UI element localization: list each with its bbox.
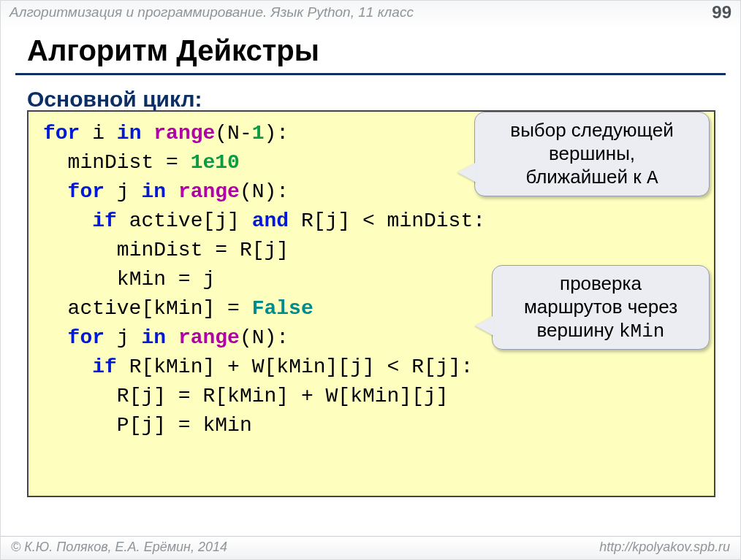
id-j: j <box>215 210 227 232</box>
title-underline <box>15 73 726 75</box>
val-false: False <box>252 297 314 320</box>
id-j: j <box>202 268 215 291</box>
kw-for: for <box>68 326 104 349</box>
id-R: R <box>240 239 252 261</box>
callout-check-routes: проверка маршрутов через вершину kMin <box>492 265 710 350</box>
id-kMin: kMin <box>202 414 251 437</box>
kw-and: and <box>252 210 289 232</box>
page-number: 99 <box>712 2 732 23</box>
callout1-line3-pre: ближайшей к <box>525 166 646 188</box>
kw-in: in <box>141 180 166 203</box>
id-i: i <box>92 122 104 145</box>
kw-in: in <box>117 122 142 145</box>
id-R: R <box>411 356 424 378</box>
id-minDist: minDist <box>68 151 154 174</box>
id-W: W <box>326 385 338 407</box>
subtitle: Основной цикл: <box>27 87 740 112</box>
fn-range: range <box>178 180 240 203</box>
id-minDist: minDist <box>387 210 474 232</box>
footer-authors: © К.Ю. Поляков, Е.А. Ерёмин, 2014 <box>11 540 227 555</box>
callout1-line2: вершины, <box>549 142 635 164</box>
callout-select-vertex: выбор следующей вершины, ближайшей к A <box>474 112 710 196</box>
kw-if: if <box>92 356 117 378</box>
id-N: N <box>252 326 265 349</box>
kw-in: in <box>141 326 166 349</box>
id-j: j <box>141 385 153 407</box>
callout2-line2: маршрутов через <box>524 296 677 318</box>
id-j: j <box>424 385 436 407</box>
id-kMin: kMin <box>117 268 166 291</box>
id-kMin: kMin <box>350 385 399 407</box>
id-active: active <box>129 210 203 232</box>
id-j: j <box>350 356 362 378</box>
id-P: P <box>117 414 129 437</box>
num-1: 1 <box>252 122 265 145</box>
id-j: j <box>436 356 449 378</box>
num-1e10: 1e10 <box>191 151 240 174</box>
id-W: W <box>252 356 265 378</box>
id-R: R <box>117 385 129 407</box>
id-kMin: kMin <box>276 356 325 378</box>
id-kMin: kMin <box>153 297 202 320</box>
id-j: j <box>117 326 129 349</box>
id-kMin: kMin <box>153 356 202 378</box>
id-j: j <box>141 414 153 437</box>
callout1-line1: выбор следующей <box>510 119 673 141</box>
id-N: N <box>227 122 240 145</box>
callout1-line3-mono: A <box>647 167 658 189</box>
course-name: Алгоритмизация и программирование. Язык … <box>10 4 414 20</box>
id-active: active <box>68 297 142 320</box>
id-j: j <box>117 180 129 203</box>
footer: © К.Ю. Поляков, Е.А. Ерёмин, 2014 http:/… <box>1 536 740 559</box>
id-j: j <box>326 210 338 232</box>
top-bar: Алгоритмизация и программирование. Язык … <box>1 1 740 21</box>
id-R: R <box>301 210 314 232</box>
id-j: j <box>265 239 277 261</box>
callout2-line1: проверка <box>560 272 642 294</box>
kw-for: for <box>43 122 80 145</box>
id-R: R <box>129 356 142 378</box>
callout2-line3-pre: вершину <box>537 319 619 341</box>
fn-range: range <box>178 326 240 349</box>
id-R: R <box>202 385 215 407</box>
footer-url: http://kpolyakov.spb.ru <box>599 540 730 555</box>
id-N: N <box>252 180 265 203</box>
kw-if: if <box>92 210 117 232</box>
kw-for: for <box>68 180 104 203</box>
callout2-line3-mono: kMin <box>619 321 664 342</box>
id-kMin: kMin <box>227 385 276 407</box>
slide-title: Алгоритм Дейкстры <box>27 34 740 67</box>
slide: Алгоритмизация и программирование. Язык … <box>0 0 741 560</box>
fn-range: range <box>153 122 215 145</box>
id-minDist: minDist <box>117 239 203 261</box>
